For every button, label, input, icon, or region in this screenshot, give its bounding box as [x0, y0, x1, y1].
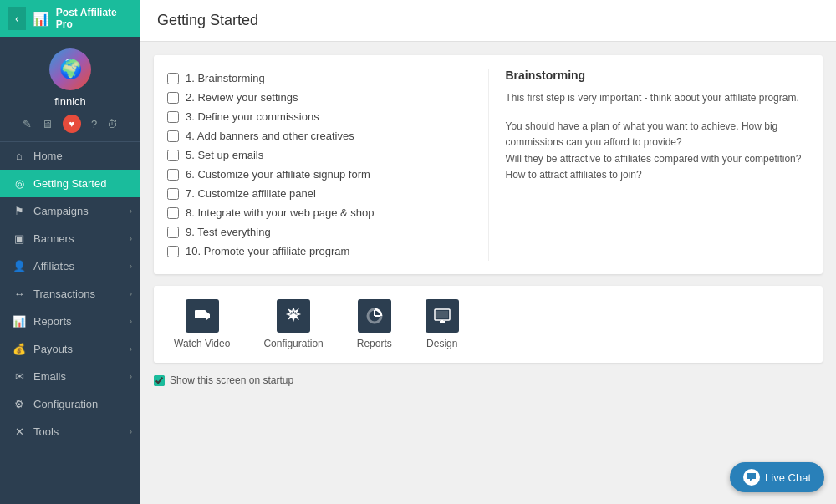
- brainstorming-panel: Brainstorming This first step is very im…: [488, 69, 810, 261]
- checklist-checkbox-1[interactable]: [167, 73, 179, 84]
- sidebar-item-tools[interactable]: ✕ Tools ›: [0, 418, 140, 445]
- checklist-item-4: 4. Add banners and other creatives: [167, 126, 472, 145]
- reports-icon: 📊: [12, 315, 27, 328]
- sidebar-item-campaigns-label: Campaigns: [33, 205, 89, 217]
- sidebar-item-banners[interactable]: ▣ Banners ›: [0, 225, 140, 252]
- sidebar-item-transactions[interactable]: ↔ Transactions ›: [0, 280, 140, 308]
- chevron-right-icon: ›: [130, 289, 132, 298]
- sidebar-item-payouts[interactable]: 💰 Payouts ›: [0, 335, 140, 363]
- design-icon: [426, 299, 459, 333]
- transactions-icon: ↔: [12, 288, 27, 300]
- checklist-list: 1. Brainstorming 2. Review your settings…: [167, 69, 472, 261]
- quick-link-configuration[interactable]: Configuration: [263, 299, 323, 349]
- quick-link-watch-video[interactable]: Watch Video: [174, 299, 230, 349]
- brainstorming-para-3: Will they be attractive to affiliates co…: [506, 151, 810, 183]
- sidebar-item-affiliates[interactable]: 👤 Affiliates ›: [0, 252, 140, 280]
- checklist-label-10: 10. Promote your affiliate program: [186, 245, 349, 257]
- banners-icon: ▣: [12, 232, 27, 245]
- emails-icon: ✉: [12, 370, 27, 383]
- sidebar-item-affiliates-label: Affiliates: [33, 260, 74, 272]
- chevron-right-icon: ›: [130, 427, 132, 436]
- checklist-item-9: 9. Test everything: [167, 222, 472, 242]
- quick-link-reports[interactable]: Reports: [357, 299, 392, 349]
- sidebar-item-configuration[interactable]: ⚙ Configuration: [0, 390, 140, 418]
- checklist-item-6: 6. Customize your affiliate signup form: [167, 165, 472, 184]
- checklist-item-1: 1. Brainstorming: [167, 69, 472, 88]
- sidebar-item-emails[interactable]: ✉ Emails ›: [0, 363, 140, 390]
- tools-icon: ✕: [12, 425, 27, 438]
- reports-link-icon: [358, 299, 391, 333]
- help-icon[interactable]: ?: [91, 118, 97, 130]
- quick-link-reports-label: Reports: [357, 338, 392, 349]
- brainstorming-para-2: You should have a plan of what you want …: [506, 119, 810, 150]
- affiliates-icon: 👤: [12, 260, 27, 272]
- checklist-label-4: 4. Add banners and other creatives: [186, 130, 354, 142]
- checklist-checkbox-9[interactable]: [167, 227, 179, 238]
- checklist-checkbox-5[interactable]: [167, 150, 179, 161]
- checklist-label-2: 2. Review your settings: [186, 91, 298, 104]
- checklist-label-1: 1. Brainstorming: [186, 72, 265, 84]
- sidebar-item-home-label: Home: [33, 150, 63, 162]
- chevron-right-icon: ›: [130, 317, 132, 326]
- app-title: Post Affiliate Pro: [56, 7, 132, 30]
- configuration-icon: ⚙: [12, 398, 27, 410]
- monitor-icon[interactable]: 🖥: [42, 118, 53, 130]
- checklist-checkbox-2[interactable]: [167, 92, 179, 104]
- checklist-checkbox-10[interactable]: [167, 246, 179, 257]
- chevron-right-icon: ›: [130, 206, 132, 216]
- user-name: finnich: [54, 95, 86, 108]
- sidebar-item-reports-label: Reports: [33, 315, 72, 328]
- sidebar-item-home[interactable]: ⌂ Home: [0, 142, 140, 170]
- startup-row: Show this screen on startup: [154, 374, 823, 386]
- checklist-label-7: 7. Customize affiliate panel: [186, 187, 316, 200]
- payouts-icon: 💰: [12, 343, 27, 355]
- sidebar-item-emails-label: Emails: [33, 370, 66, 383]
- heart-icon[interactable]: ♥: [63, 115, 81, 133]
- checklist-checkbox-7[interactable]: [167, 188, 179, 200]
- live-chat-button[interactable]: Live Chat: [730, 462, 824, 492]
- chevron-right-icon: ›: [130, 234, 132, 243]
- quick-link-design[interactable]: Design: [426, 299, 459, 349]
- chevron-right-icon: ›: [130, 344, 132, 354]
- startup-label: Show this screen on startup: [170, 374, 293, 386]
- startup-checkbox[interactable]: [154, 375, 165, 386]
- avatar-emoji: 🌍: [59, 59, 82, 80]
- checklist-label-9: 9. Test everything: [186, 226, 271, 238]
- checklist-label-8: 8. Integrate with your web page & shop: [186, 206, 374, 219]
- checklist-checkbox-8[interactable]: [167, 207, 179, 219]
- content-area: 1. Brainstorming 2. Review your settings…: [140, 42, 836, 504]
- sidebar-item-campaigns[interactable]: ⚑ Campaigns ›: [0, 197, 140, 225]
- sidebar-item-banners-label: Banners: [33, 232, 74, 245]
- svg-rect-0: [195, 310, 206, 318]
- app-logo[interactable]: ‹ 📊 Post Affiliate Pro: [0, 0, 140, 37]
- config-icon: [277, 299, 310, 333]
- edit-icon[interactable]: ✎: [23, 118, 32, 130]
- main-area: Getting Started 1. Brainstorming 2. Revi…: [140, 0, 836, 504]
- checklist-item-10: 10. Promote your affiliate program: [167, 242, 472, 261]
- page-header: Getting Started: [140, 0, 836, 42]
- home-icon: ⌂: [12, 150, 27, 162]
- checklist-item-5: 5. Set up emails: [167, 145, 472, 165]
- checklist-checkbox-3[interactable]: [167, 111, 179, 123]
- avatar: 🌍: [49, 48, 91, 90]
- svg-rect-8: [436, 311, 448, 318]
- clock-icon[interactable]: ⏱: [107, 118, 118, 130]
- sidebar: ‹ 📊 Post Affiliate Pro 🌍 finnich ✎ 🖥 ♥ ?…: [0, 0, 140, 504]
- sidebar-item-reports[interactable]: 📊 Reports ›: [0, 308, 140, 335]
- sidebar-item-transactions-label: Transactions: [33, 288, 95, 300]
- quick-link-watch-video-label: Watch Video: [174, 338, 230, 349]
- sidebar-item-getting-started-label: Getting Started: [33, 177, 106, 190]
- checklist-checkbox-6[interactable]: [167, 169, 179, 181]
- checklist-item-2: 2. Review your settings: [167, 88, 472, 107]
- svg-marker-1: [206, 312, 210, 320]
- sidebar-item-payouts-label: Payouts: [33, 343, 73, 355]
- back-button[interactable]: ‹: [8, 7, 26, 30]
- brainstorming-para-1: This first step is very important - thin…: [506, 90, 810, 106]
- checklist-item-3: 3. Define your commissions: [167, 107, 472, 126]
- checklist-checkbox-4[interactable]: [167, 130, 179, 142]
- chat-icon: [743, 469, 760, 486]
- sidebar-item-getting-started[interactable]: ◎ Getting Started: [0, 170, 140, 197]
- page-title: Getting Started: [157, 12, 819, 29]
- getting-started-icon: ◎: [12, 177, 27, 190]
- sidebar-item-tools-label: Tools: [33, 425, 59, 438]
